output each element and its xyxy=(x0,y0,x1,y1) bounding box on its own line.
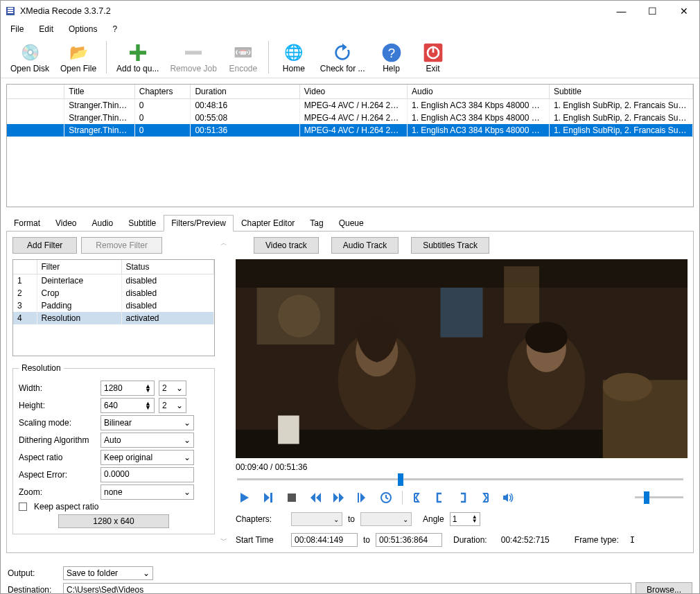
volume-button[interactable] xyxy=(500,490,515,505)
forward-button[interactable] xyxy=(331,490,347,505)
subtitles-track-button[interactable]: Subtitles Track xyxy=(411,237,489,254)
file-row[interactable]: Stranger.Things...000:55:08MPEG-4 AVC / … xyxy=(7,112,693,124)
svg-point-17 xyxy=(525,322,568,353)
svg-rect-27 xyxy=(358,493,359,503)
stop-button[interactable] xyxy=(284,490,299,505)
help-button[interactable]: ?Help xyxy=(371,38,412,76)
col-title[interactable]: Title xyxy=(64,85,134,99)
svg-rect-21 xyxy=(440,288,482,338)
menu-file[interactable]: File xyxy=(3,23,30,35)
video-track-button[interactable]: Video track xyxy=(254,237,319,254)
minimize-button[interactable]: — xyxy=(606,1,637,21)
step-button[interactable] xyxy=(355,490,370,505)
tab-chapter[interactable]: Chapter Editor xyxy=(234,215,302,232)
col-subtitle[interactable]: Subtitle xyxy=(549,85,692,99)
col-video[interactable]: Video xyxy=(299,85,407,99)
menu-edit[interactable]: Edit xyxy=(32,23,60,35)
dither-select[interactable]: Auto⌄ xyxy=(100,433,194,448)
tab-subtitle[interactable]: Subtitle xyxy=(121,215,164,232)
rewind-button[interactable] xyxy=(308,490,323,505)
svg-point-23 xyxy=(278,295,320,338)
filter-list[interactable]: FilterStatus 1Deinterlacedisabled 2Cropd… xyxy=(12,259,215,356)
file-row[interactable]: Stranger.Things...000:48:16MPEG-4 AVC / … xyxy=(7,99,693,112)
open-disk-button[interactable]: 💿Open Disk xyxy=(5,38,55,76)
height-factor-select[interactable]: 2⌄ xyxy=(159,398,186,413)
home-button[interactable]: 🌐Home xyxy=(273,38,315,76)
encode-icon: 📼 xyxy=(232,42,254,64)
angle-spinner[interactable]: 1▲▼ xyxy=(450,512,480,526)
play-button[interactable] xyxy=(237,490,252,505)
file-row[interactable]: Stranger.Things...000:51:36MPEG-4 AVC / … xyxy=(7,124,693,137)
expand-down-icon[interactable]: ﹀ xyxy=(220,536,227,545)
svg-rect-24 xyxy=(504,266,539,323)
open-file-button[interactable]: 📂Open File xyxy=(55,38,102,76)
svg-point-19 xyxy=(603,373,652,401)
add-queue-button[interactable]: Add to qu... xyxy=(111,38,164,76)
bracket-out-button[interactable] xyxy=(455,490,469,505)
svg-rect-3 xyxy=(8,12,13,13)
disk-icon: 💿 xyxy=(19,42,41,64)
filters-panel: Add Filter Remove Filter FilterStatus 1D… xyxy=(6,232,694,553)
mark-in-button[interactable] xyxy=(411,490,425,505)
tab-format[interactable]: Format xyxy=(6,215,48,232)
tab-filters[interactable]: Filters/Preview xyxy=(164,215,234,232)
clock-button[interactable] xyxy=(378,490,394,505)
chapter-to-select[interactable]: ⌄ xyxy=(360,512,412,526)
destination-field[interactable]: C:\Users\Sed\Videos xyxy=(63,583,631,594)
browse-button[interactable]: Browse... xyxy=(636,582,692,594)
maximize-button[interactable]: ☐ xyxy=(637,1,668,21)
check-update-button[interactable]: Check for ... xyxy=(315,38,371,76)
next-button[interactable] xyxy=(261,490,276,505)
aspect-select[interactable]: Keep original⌄ xyxy=(100,450,194,465)
folder-icon: 📂 xyxy=(67,42,89,64)
menu-options[interactable]: Options xyxy=(62,23,104,35)
col-audio[interactable]: Audio xyxy=(408,85,550,99)
tab-video[interactable]: Video xyxy=(48,215,84,232)
exit-button[interactable]: Exit xyxy=(412,38,454,76)
filter-row[interactable]: 4Resolutionactivated xyxy=(13,312,214,324)
filter-row[interactable]: 3Paddingdisabled xyxy=(13,299,214,312)
aspect-error-field[interactable]: 0.0000 xyxy=(100,467,194,482)
menubar: File Edit Options ? xyxy=(1,21,699,37)
filter-row[interactable]: 2Cropdisabled xyxy=(13,287,214,299)
video-preview xyxy=(236,259,688,458)
audio-track-button[interactable]: Audio Track xyxy=(331,237,399,254)
output-select[interactable]: Save to folder⌄ xyxy=(63,566,153,580)
width-spinner[interactable]: 1280▲▼ xyxy=(100,381,155,396)
file-list[interactable]: Title Chapters Duration Video Audio Subt… xyxy=(6,84,694,207)
end-time-field[interactable]: 00:51:36:864 xyxy=(376,533,442,547)
menu-help[interactable]: ? xyxy=(105,23,124,35)
output-section: Output: Save to folder⌄ Destination: C:\… xyxy=(1,559,699,594)
zoom-select[interactable]: none⌄ xyxy=(100,484,194,500)
scaling-select[interactable]: Bilinear⌄ xyxy=(100,415,194,430)
filter-row[interactable]: 1Deinterlacedisabled xyxy=(13,274,214,288)
keep-aspect-checkbox[interactable] xyxy=(19,503,27,511)
tab-audio[interactable]: Audio xyxy=(85,215,121,232)
time-display: 00:09:40 / 00:51:36 xyxy=(236,462,683,472)
seek-slider[interactable] xyxy=(237,473,683,486)
mark-out-button[interactable] xyxy=(478,490,491,505)
app-icon xyxy=(5,6,16,17)
close-button[interactable]: ✕ xyxy=(668,1,699,21)
col-chapters[interactable]: Chapters xyxy=(134,85,191,99)
dimension-button[interactable]: 1280 x 640 xyxy=(58,514,169,528)
tab-tag[interactable]: Tag xyxy=(302,215,331,232)
add-filter-button[interactable]: Add Filter xyxy=(12,237,77,254)
svg-rect-11 xyxy=(236,259,688,288)
svg-rect-2 xyxy=(8,10,13,11)
resolution-group: Resolution Width: 1280▲▼ 2⌄ Height: 640▲… xyxy=(12,363,215,534)
height-spinner[interactable]: 640▲▼ xyxy=(100,398,155,413)
start-time-field[interactable]: 00:08:44:149 xyxy=(291,533,358,547)
remove-job-button: Remove Job xyxy=(164,38,222,76)
plus-icon xyxy=(127,42,149,64)
width-factor-select[interactable]: 2⌄ xyxy=(159,381,186,396)
window-title: XMedia Recode 3.3.7.2 xyxy=(20,6,606,16)
bracket-in-button[interactable] xyxy=(433,490,447,505)
expand-up-icon[interactable]: ︿ xyxy=(220,238,227,248)
tab-queue[interactable]: Queue xyxy=(331,215,371,232)
col-duration[interactable]: Duration xyxy=(191,85,299,99)
remove-filter-button: Remove Filter xyxy=(81,237,162,254)
chapter-from-select[interactable]: ⌄ xyxy=(291,512,342,526)
volume-slider[interactable] xyxy=(635,491,683,504)
minus-icon xyxy=(182,42,204,64)
